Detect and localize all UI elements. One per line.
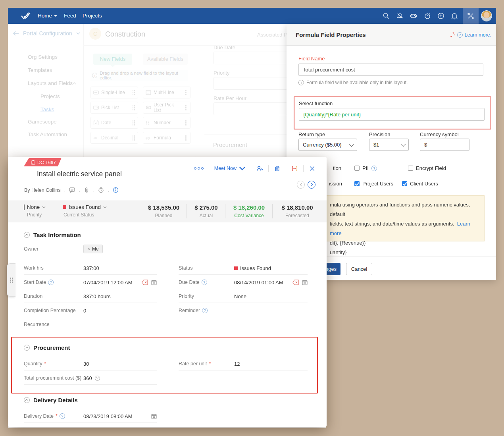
field-chip-formula[interactable]: f(x)Formula xyxy=(143,132,190,144)
owner-chip[interactable]: ×Me xyxy=(83,245,103,253)
chevron-down-icon xyxy=(42,206,46,208)
sidebar-item-org-settings[interactable]: Org Settings xyxy=(28,54,58,60)
collapse-icon[interactable] xyxy=(24,345,30,351)
field-chip-pick-list[interactable]: Pick List xyxy=(90,102,138,114)
help-icon[interactable]: ? xyxy=(60,413,65,419)
bg-due-date-input[interactable] xyxy=(214,52,287,64)
modal-side-handle[interactable] xyxy=(7,263,15,297)
status-value: Issues Found xyxy=(69,204,101,210)
client-users-checkbox[interactable] xyxy=(402,181,407,186)
stat-forecasted: $ 18,810.00Forecasted xyxy=(272,204,322,218)
sidebar-item-templates[interactable]: Templates xyxy=(28,67,52,73)
meet-now-button[interactable]: Meet Now xyxy=(214,165,246,172)
add-icon[interactable] xyxy=(437,12,444,19)
drag-hint: i Drag and drop a new field to the layou… xyxy=(90,70,188,81)
calendar-icon[interactable] xyxy=(302,280,308,285)
status-selector[interactable]: Issues Found Current Status xyxy=(63,204,107,218)
info-icon[interactable] xyxy=(113,187,119,193)
nav-feed[interactable]: Feed xyxy=(64,8,76,24)
zoho-projects-logo[interactable] xyxy=(19,11,33,21)
project-users-label: Project Users xyxy=(362,181,393,187)
project-title: Construction xyxy=(105,30,145,39)
divider xyxy=(286,165,286,172)
help-icon[interactable]: ? xyxy=(371,166,377,171)
encrypt-checkbox[interactable] xyxy=(408,166,413,171)
panel-header: Formula Field Properties ? Learn more. xyxy=(287,24,496,46)
priority-selector[interactable]: None Priority xyxy=(24,204,46,218)
announcement-icon[interactable] xyxy=(396,12,404,19)
attachment-icon[interactable] xyxy=(84,187,90,193)
more-actions-icon[interactable] xyxy=(194,167,204,170)
layout-divider xyxy=(196,49,196,160)
sidebar-item-gamescope[interactable]: Gamescope xyxy=(28,119,57,125)
divider xyxy=(303,165,304,172)
section-delivery-details: Delivery Details xyxy=(24,397,78,403)
setup-tools-icon[interactable] xyxy=(467,12,474,19)
number-icon: 1 23 4 xyxy=(146,120,151,125)
precision-select[interactable]: $1 xyxy=(369,139,409,151)
user-avatar[interactable] xyxy=(481,10,492,21)
field-chip-user-pick-list[interactable]: User Pick List xyxy=(143,102,190,114)
field-chip-multi-line[interactable]: Multi-Line xyxy=(143,87,190,98)
calendar-icon[interactable] xyxy=(151,280,157,285)
info-line: fields, text strings, and date/time valu… xyxy=(330,219,479,238)
return-type-select[interactable]: Currency ($5.00) xyxy=(298,139,357,151)
previous-task-button[interactable] xyxy=(297,181,305,189)
field-chip-single-line[interactable]: Single-Line xyxy=(90,87,138,98)
field-name-input[interactable]: Total procurement cost xyxy=(298,64,483,76)
help-icon: ? xyxy=(457,32,463,38)
notifications-icon[interactable] xyxy=(451,12,458,19)
clear-date-icon[interactable] xyxy=(292,280,299,285)
next-task-button[interactable] xyxy=(308,181,315,189)
help-icon[interactable]: ? xyxy=(202,308,208,313)
collapse-icon[interactable] xyxy=(24,397,30,403)
field-chip-number[interactable]: 1 23 4Number xyxy=(143,117,190,129)
back-arrow-icon xyxy=(13,31,19,36)
tab-available-fields[interactable]: Available Fields xyxy=(143,54,188,65)
timer-icon[interactable] xyxy=(424,12,431,19)
currency-symbol-input[interactable]: $ xyxy=(420,139,469,151)
field-row-priority: Priority None xyxy=(179,290,308,303)
priority-bar-icon xyxy=(24,204,25,210)
formula-input[interactable]: {Quantity}*{Rate per unit} xyxy=(299,108,485,121)
clear-date-icon[interactable] xyxy=(142,280,148,285)
nav-projects[interactable]: Projects xyxy=(83,8,102,24)
field-chip-decimal[interactable]: .00Decimal xyxy=(90,132,138,144)
bg-priority-input[interactable] xyxy=(214,77,287,90)
log-hours-icon[interactable] xyxy=(98,187,104,193)
pii-checkbox[interactable] xyxy=(354,166,360,171)
nav-home[interactable]: Home xyxy=(38,8,57,24)
comment-code-icon[interactable] xyxy=(291,165,298,172)
remove-icon[interactable]: × xyxy=(87,246,90,252)
sidebar-item-task-automation[interactable]: Task Automation xyxy=(28,131,67,137)
delete-icon[interactable] xyxy=(274,165,281,172)
encrypt-checkbox-group: Encrypt Field xyxy=(408,165,446,171)
project-avatar: C xyxy=(89,28,101,40)
bg-rate-input[interactable] xyxy=(214,102,287,115)
help-icon[interactable]: ? xyxy=(202,280,207,285)
sidebar-item-tasks-active[interactable]: Tasks xyxy=(40,106,54,112)
info-line: dit}, {Revenue}) xyxy=(330,238,479,248)
search-icon[interactable] xyxy=(383,12,390,19)
comment-icon[interactable] xyxy=(69,187,75,193)
status-label: Current Status xyxy=(63,212,107,218)
portal-config-header[interactable]: Portal Configuration xyxy=(13,30,80,37)
help-icon[interactable]: ? xyxy=(48,280,54,285)
calendar-icon[interactable] xyxy=(151,413,157,419)
learn-more-top[interactable]: ? Learn more. xyxy=(450,32,491,38)
field-chip-date[interactable]: Date xyxy=(90,117,138,129)
drag-hint-text: Drag and drop a new field to the layout … xyxy=(100,71,187,80)
sidebar-item-projects[interactable]: Projects xyxy=(40,93,60,99)
formula-icon: f(x) xyxy=(146,135,151,141)
tab-new-fields[interactable]: New Fields xyxy=(93,54,132,65)
close-icon[interactable] xyxy=(309,165,315,172)
cancel-button[interactable]: Cancel xyxy=(346,263,372,275)
games-icon[interactable] xyxy=(410,12,417,19)
add-user-icon[interactable] xyxy=(256,165,263,172)
sidebar-item-layouts-fields[interactable]: Layouts and Fields xyxy=(28,80,73,86)
collapse-icon[interactable] xyxy=(24,232,30,238)
project-users-checkbox[interactable] xyxy=(354,181,360,186)
pick-list-icon xyxy=(93,105,99,110)
project-users-checkbox-group: Project Users xyxy=(354,181,393,187)
client-users-label: Client Users xyxy=(410,181,438,187)
